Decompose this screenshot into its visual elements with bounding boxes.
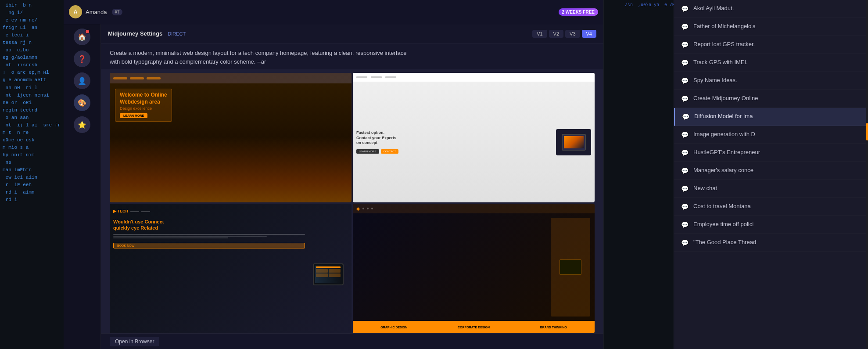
gc3-logo: ▶ TECH: [113, 209, 128, 213]
gc1-hero: Welcome to OnlineWebdesign area Design e…: [110, 83, 352, 202]
chat-item-text-track-gps: Track GPS with IMEI.: [693, 58, 859, 66]
gc2-inner: Fastest option.Contact your Expertson co…: [353, 73, 595, 202]
chat-icon-employee: 💬: [681, 221, 689, 229]
gc1-button[interactable]: LEARN MORE: [120, 113, 147, 118]
gc3-left: Wouldn't use Connectquickly eye Related …: [113, 219, 305, 330]
gc2-nav: [353, 73, 595, 82]
right-sidebar: /\n ,ue\n yh e /Ms\nrte,\natohmm r\n oon…: [603, 0, 868, 349]
chat-history-item-report-gps[interactable]: 💬 Report lost GPS tracker.: [674, 36, 866, 54]
gc3-screen-bar: [316, 266, 341, 268]
gc1-nav-dot-1: [113, 77, 127, 79]
chat-item-text-diffusion: Diffusion Model for Ima: [694, 112, 859, 120]
gc2-hero: Fastest option.Contact your Expertson co…: [353, 82, 595, 202]
chat-history-item-diffusion[interactable]: 💬 Diffusion Model for Ima: [674, 108, 866, 126]
gc4-hero: [353, 213, 595, 321]
gc4-logo: ◈: [356, 206, 360, 211]
gc4-nav-dot-1: [362, 208, 364, 209]
gc1-nav-dot-3: [147, 77, 161, 79]
tab-v3[interactable]: V3: [565, 30, 580, 38]
gc3-nav: ▶ TECH: [113, 207, 348, 215]
gc4-footer-item-3: BRAND THINKING: [540, 326, 567, 329]
gc1-city-bg: [110, 137, 352, 202]
tab-v1[interactable]: V1: [532, 30, 547, 38]
chat-history-item-track-gps[interactable]: 💬 Track GPS with IMEI.: [674, 54, 866, 72]
chat-history-item-father[interactable]: 💬 Father of Michelangelo's: [674, 18, 866, 36]
chat-icon-travel: 💬: [681, 203, 689, 211]
gc4-box-inner: [560, 259, 581, 275]
chat-icon-spy: 💬: [681, 77, 689, 85]
gc2-monitor-container: [556, 129, 591, 155]
home-icon: 🏠: [78, 33, 86, 41]
sidebar-icon-main[interactable]: 🏠: [74, 29, 90, 45]
gc2-left: Fastest option.Contact your Expertson co…: [356, 130, 552, 154]
chat-history-item-travel[interactable]: 💬 Cost to travel Montana: [674, 198, 866, 216]
gc3-nav-item-1: [130, 211, 139, 212]
chat-history-item-akol[interactable]: 💬 Akol Ayii Madut.: [674, 0, 866, 18]
avatar: A: [69, 5, 82, 18]
prompt-text: Create a modern, minimalist web design l…: [110, 49, 417, 66]
chat-history-item-spy[interactable]: 💬 Spy Name Ideas.: [674, 72, 866, 90]
question-icon: ❓: [78, 55, 86, 63]
chat-icon-akol: 💬: [681, 5, 689, 13]
gc4-nav-dot-2: [367, 208, 369, 209]
chat-icon-report-gps: 💬: [681, 41, 689, 49]
chat-item-text-new-chat: New chat: [693, 184, 859, 192]
chat-history-item-new-chat[interactable]: 💬 New chat: [674, 180, 866, 198]
left-code-panel: ibir b n ng i/ e cv nm ne/ frigr Li an e…: [0, 0, 64, 349]
chat-item-text-akol: Akol Ayii Madut.: [693, 4, 859, 12]
paint-icon: 🎨: [78, 99, 86, 107]
gc3-nav-item-2: [141, 211, 150, 212]
gc2-btn2[interactable]: CONTACT: [381, 149, 399, 154]
chat-history-item-midjourney[interactable]: 💬 Create Midjourney Online: [674, 90, 866, 108]
image-area: Create a modern, minimalist web design l…: [101, 43, 603, 349]
chat-item-text-spy: Spy Name Ideas.: [693, 76, 859, 84]
gc2-nav-item-2: [371, 76, 382, 78]
chat-main: Midjourney Settings DIRECT V1 V2 V3 V4 C…: [101, 24, 603, 349]
gc3-monitor: [313, 263, 344, 285]
chat-item-text-midjourney: Create Midjourney Online: [693, 94, 859, 102]
gc3-screen-item-4: [329, 273, 341, 277]
right-code-panel: /\n ,ue\n yh e /Ms\nrte,\natohmm r\n oon…: [603, 0, 674, 349]
gc3-button[interactable]: BOOK NOW: [113, 243, 305, 248]
gc2-btn1[interactable]: LEARN MORE: [356, 149, 379, 154]
chat-item-text-image-gen: Image generation with D: [693, 130, 859, 138]
secondary-bar: Midjourney Settings DIRECT V1 V2 V3 V4: [101, 24, 603, 43]
gc3-line-2: [113, 236, 267, 237]
tab-v4[interactable]: V4: [582, 30, 596, 38]
nitro-badge[interactable]: 2 WEEKS FREE: [559, 8, 598, 16]
gc4-nav: ◈: [353, 204, 595, 213]
gc4-footer-item-1: GRAPHIC DESIGN: [380, 326, 407, 329]
sidebar-icon-person[interactable]: 👤: [74, 72, 90, 89]
chat-icon-hustle: 💬: [681, 149, 689, 157]
chat-icon-track-gps: 💬: [681, 59, 689, 67]
chat-item-text-travel: Cost to travel Montana: [693, 202, 859, 210]
grid-cell-1: Welcome to OnlineWebdesign area Design e…: [110, 73, 352, 202]
image-grid: Welcome to OnlineWebdesign area Design e…: [101, 69, 603, 333]
gc3-screen-row-1: [316, 269, 341, 273]
gc4-footer-item-2: CORPORATE DESIGN: [458, 326, 490, 329]
gc4-nav-dot-3: [371, 208, 373, 209]
tab-v2[interactable]: V2: [549, 30, 563, 38]
chat-history-item-employee[interactable]: 💬 Employee time off polici: [674, 216, 866, 234]
gc1-nav-dot-2: [130, 77, 144, 79]
chat-icon-new-chat: 💬: [681, 185, 689, 193]
chat-item-text-father: Father of Michelangelo's: [693, 22, 859, 30]
chat-item-text-good-place: "The Good Place Thread: [693, 238, 859, 246]
gc1-text-box: Welcome to OnlineWebdesign area Design e…: [115, 89, 172, 122]
chat-history-item-hustle[interactable]: 💬 HustleGPT's Entrepreneur: [674, 144, 866, 162]
gc4-inner: ◈: [353, 204, 595, 333]
sidebar-icon-star[interactable]: ⭐: [74, 116, 90, 133]
chat-history-item-image-gen[interactable]: 💬 Image generation with D: [674, 126, 866, 144]
gc3-screen-row-2: [316, 273, 341, 277]
chat-history-item-manager[interactable]: 💬 Manager's salary conce: [674, 162, 866, 180]
sidebar-icon-active[interactable]: 🎨: [74, 94, 90, 111]
gc3-content: Wouldn't use Connectquickly eye Related …: [113, 219, 348, 330]
right-code-text: /\n ,ue\n yh e /Ms\nrte,\natohmm r\n oon…: [606, 2, 671, 9]
sidebar-icon-question[interactable]: ❓: [74, 50, 90, 67]
chat-history-item-good-place[interactable]: 💬 "The Good Place Thread: [674, 234, 866, 252]
open-browser-button[interactable]: Open in Browser: [110, 337, 159, 346]
chat-history: 💬 Akol Ayii Madut. 💬 Father of Michelang…: [674, 0, 866, 349]
chat-item-text-report-gps: Report lost GPS tracker.: [693, 40, 859, 48]
gc4-footer: GRAPHIC DESIGN CORPORATE DESIGN BRAND TH…: [353, 321, 595, 333]
scroll-thumb[interactable]: [866, 123, 868, 140]
